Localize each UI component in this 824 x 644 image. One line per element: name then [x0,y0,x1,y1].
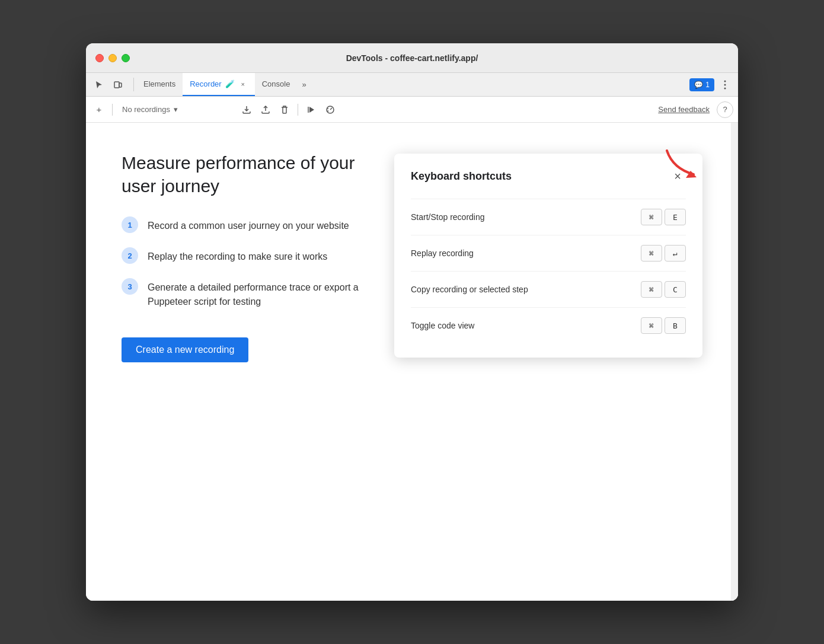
more-options-container [717,76,733,93]
browser-window: DevTools - coffee-cart.netlify.app/ [86,43,738,601]
kbd-cmd-4: ⌘ [641,317,662,334]
scrollbar-track[interactable] [731,123,738,601]
recorder-toolbar: + No recordings ▾ [86,97,738,123]
help-icon: ? [723,105,727,114]
shortcut-keys-3: ⌘ C [641,281,686,298]
notification-count: 1 [705,81,710,89]
replay-button[interactable] [303,101,320,118]
svg-rect-0 [114,82,119,88]
tab-recorder[interactable]: Recorder 🧪 × [183,73,254,96]
tab-elements[interactable]: Elements [136,73,183,96]
tab-controls [91,73,126,96]
tab-console[interactable]: Console [255,73,298,96]
tab-console-label: Console [262,79,290,88]
step-badge-1: 1 [122,216,138,233]
toolbar-divider-2 [298,104,298,116]
window-title: DevTools - coffee-cart.netlify.app/ [346,53,478,63]
shortcuts-close-button[interactable]: × [669,168,686,184]
shortcut-row-4: Toggle code view ⌘ B [411,307,686,343]
kbd-cmd-3: ⌘ [641,281,662,298]
send-feedback-button[interactable]: Send feedback [653,103,714,116]
chevron-down-icon: ▾ [174,105,178,114]
kbd-e: E [665,209,686,225]
add-recording-button[interactable]: + [91,101,107,118]
shortcut-row-1: Start/Stop recording ⌘ E [411,199,686,235]
tab-right-controls: 💬 1 [689,73,733,96]
shortcut-keys-4: ⌘ B [641,317,686,334]
shortcuts-title: Keyboard shortcuts [411,170,512,183]
shortcuts-header: Keyboard shortcuts × [411,168,686,184]
shortcut-label-4: Toggle code view [411,321,474,330]
export-button[interactable] [238,101,255,118]
svg-point-4 [724,87,726,89]
flask-icon: 🧪 [225,79,235,88]
keyboard-shortcuts-panel: Keyboard shortcuts × Start/Stop recordin… [394,154,702,358]
delete-button[interactable] [276,101,293,118]
svg-point-2 [724,80,726,82]
import-button[interactable] [257,101,274,118]
shortcut-row-2: Replay recording ⌘ ↵ [411,235,686,271]
close-button[interactable] [95,54,104,62]
tab-recorder-label: Recorder [190,79,221,88]
step-text-1: Record a common user journey on your web… [148,216,349,233]
notification-button[interactable]: 💬 1 [689,78,714,91]
shortcut-label-3: Copy recording or selected step [411,285,528,294]
kbd-cmd-1: ⌘ [641,209,662,225]
svg-rect-1 [119,83,122,87]
cursor-tool-button[interactable] [91,76,107,93]
shortcut-label-1: Start/Stop recording [411,212,485,222]
step-badge-2: 2 [122,247,138,264]
kbd-c: C [665,281,686,298]
device-toggle-button[interactable] [110,76,126,93]
step-text-2: Replay the recording to make sure it wor… [148,247,327,264]
shortcut-keys-2: ⌘ ↵ [641,245,686,262]
shortcut-row-3: Copy recording or selected step ⌘ C [411,271,686,307]
step-badge-3: 3 [122,278,138,295]
toolbar-divider-1 [112,104,113,116]
shortcut-label-2: Replay recording [411,248,474,258]
create-recording-button[interactable]: Create a new recording [122,337,248,362]
svg-point-3 [724,84,726,85]
help-button[interactable]: ? [717,101,733,118]
performance-button[interactable] [322,101,338,118]
overflow-menu-button[interactable] [717,76,733,93]
recordings-dropdown[interactable]: No recordings ▾ [117,103,236,116]
svg-marker-6 [309,107,314,113]
tab-elements-label: Elements [143,79,175,88]
shortcut-keys-1: ⌘ E [641,209,686,225]
tab-recorder-close[interactable]: × [238,79,248,89]
devtools-panel: Elements Recorder 🧪 × Console » 💬 1 [86,73,738,601]
minimize-button[interactable] [108,54,117,62]
notification-icon: 💬 [694,81,703,89]
maximize-button[interactable] [122,54,130,62]
tab-bar: Elements Recorder 🧪 × Console » 💬 1 [86,73,738,97]
main-content: Measure performance of youruser journey … [86,123,738,601]
kbd-cmd-2: ⌘ [641,245,662,262]
kbd-b: B [665,317,686,334]
add-icon: + [97,104,102,114]
traffic-lights [95,54,130,62]
recordings-dropdown-label: No recordings [122,105,170,114]
tab-divider-left [133,78,134,91]
step-text-3: Generate a detailed performance trace or… [148,278,359,309]
kbd-enter: ↵ [665,245,686,262]
tab-more-button[interactable]: » [297,73,311,96]
title-bar: DevTools - coffee-cart.netlify.app/ [86,43,738,73]
tab-more-icon: » [302,80,306,89]
